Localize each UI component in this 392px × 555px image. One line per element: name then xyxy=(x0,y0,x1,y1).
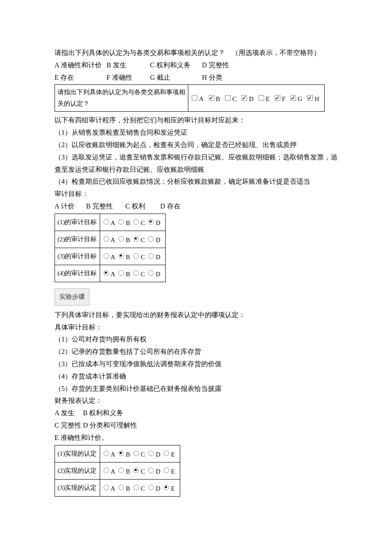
q3-item-3: （3）已按成本与可变现净值孰低法调整期末存货的价值 xyxy=(55,358,337,370)
row-options: ABCD xyxy=(100,248,166,265)
radio-c[interactable] xyxy=(133,485,139,490)
checkbox-label-f: F xyxy=(282,95,285,102)
radio-e[interactable] xyxy=(164,485,169,490)
row-label: (2)的审计目标 xyxy=(55,231,100,248)
q2-item-2: （2）以应收账款明细账为起点，检查有关合同，确定是否已经贴现、出售或质押 xyxy=(55,139,337,151)
q2-opt-d: D 存在 xyxy=(160,200,181,213)
radio-label: D xyxy=(156,237,160,243)
radio-label: D xyxy=(156,271,160,278)
radio-a[interactable] xyxy=(104,219,109,225)
checkbox-h[interactable] xyxy=(307,95,313,101)
radio-b[interactable] xyxy=(118,253,124,259)
row-options: ABCDE xyxy=(100,445,180,462)
radio-b[interactable] xyxy=(118,468,124,473)
row-label: (2)实现的认定 xyxy=(55,462,100,479)
checkbox-f[interactable] xyxy=(275,95,280,101)
radio-c[interactable] xyxy=(133,219,139,225)
q2-table: (1)的审计目标ABCD(2)的审计目标ABCD(3)的审计目标ABCD(4)的… xyxy=(55,214,166,282)
q3-table: (1)实现的认定ABCDE(2)实现的认定ABCDE(3)实现的认定ABCDE xyxy=(55,445,180,497)
radio-a[interactable] xyxy=(104,451,109,456)
radio-label: C xyxy=(141,451,145,458)
checkbox-b[interactable] xyxy=(209,95,214,101)
radio-a[interactable] xyxy=(104,468,109,473)
radio-label: C xyxy=(141,237,145,243)
q3-item-2: （2）记录的存货数量包括了公司所有的在库存货 xyxy=(55,346,337,358)
radio-label: C xyxy=(141,220,145,226)
radio-label: A xyxy=(111,485,115,492)
radio-label: A xyxy=(111,451,115,458)
checkbox-label-h: H xyxy=(314,95,319,102)
checkbox-label-d: D xyxy=(249,95,254,102)
q3-intro: 下列具体审计目标，要实现给出的财务报表认定中的哪项认定： xyxy=(55,309,337,321)
radio-label: C xyxy=(141,485,145,492)
q3-item-1: （1）公司对存货均拥有所有权 xyxy=(55,333,337,346)
q2-options: A 计价 B 完整性 C 权利 D 存在 xyxy=(55,200,337,213)
row-label: (1)的审计目标 xyxy=(55,214,100,231)
radio-d[interactable] xyxy=(148,219,154,225)
radio-c[interactable] xyxy=(133,451,139,456)
radio-label: D xyxy=(156,485,160,492)
radio-d[interactable] xyxy=(148,236,154,242)
radio-label: C xyxy=(141,271,145,278)
radio-label: E xyxy=(171,451,175,458)
q1-options-line1: A 准确性和计价 B 发生 C 权利和义务 D 完整性 xyxy=(55,59,337,72)
checkbox-label-a: A xyxy=(199,95,204,102)
checkbox-d[interactable] xyxy=(242,95,247,101)
radio-label: B xyxy=(126,254,130,260)
radio-c[interactable] xyxy=(133,236,139,242)
checkbox-a[interactable] xyxy=(192,95,197,101)
q2-opt-b: B 完整性 xyxy=(86,200,124,213)
row-options: ABCDE xyxy=(100,479,180,496)
radio-d[interactable] xyxy=(148,468,154,473)
radio-b[interactable] xyxy=(118,236,124,242)
radio-label: A xyxy=(111,468,115,475)
q3-opts-line3: E 准确性和计价。 xyxy=(55,432,337,444)
q2-targets-label: 审计目标： xyxy=(55,188,337,200)
radio-label: A xyxy=(111,271,115,278)
radio-label: D xyxy=(156,254,160,260)
checkbox-e[interactable] xyxy=(259,95,264,101)
q2-item-1: （1）从销售发票检查至销售合同和发运凭证 xyxy=(55,127,337,139)
radio-d[interactable] xyxy=(148,485,154,490)
row-options: ABCD xyxy=(100,231,166,248)
radio-e[interactable] xyxy=(164,451,169,456)
checkbox-label-b: B xyxy=(216,95,220,102)
row-options: ABCD xyxy=(100,265,166,282)
q1-opt-c: C 权利和义务 xyxy=(150,59,200,72)
radio-a[interactable] xyxy=(104,485,109,490)
q1-opt-g: G 截止 xyxy=(150,72,200,84)
radio-label: A xyxy=(111,237,115,243)
row-label: (4)的审计目标 xyxy=(55,265,100,282)
q1-opt-b: B 发生 xyxy=(107,59,148,72)
q2-item-3: （3）选取发运凭证，追查至销售发票和银行存款日记账、应收账款明细账；选取销售发票… xyxy=(55,151,337,176)
radio-a[interactable] xyxy=(104,253,109,259)
radio-label: C xyxy=(141,468,145,475)
checkbox-c[interactable] xyxy=(225,95,231,101)
radio-b[interactable] xyxy=(118,219,124,225)
checkbox-label-e: E xyxy=(266,95,270,102)
row-label: (1)实现的认定 xyxy=(55,445,100,462)
radio-c[interactable] xyxy=(133,253,139,259)
q2-item-4: （4）检查期后已收回应收账款情况；分析应收账款账龄，确定坏账准备计提是否适当 xyxy=(55,176,337,188)
radio-a[interactable] xyxy=(104,236,109,242)
radio-d[interactable] xyxy=(148,451,154,456)
radio-a[interactable] xyxy=(104,270,109,276)
q3-opts-line1: A 发生 B 权利和义务 xyxy=(55,407,337,419)
row-options: ABCDE xyxy=(100,462,180,479)
radio-e[interactable] xyxy=(164,468,169,473)
checkbox-g[interactable] xyxy=(291,95,296,101)
q1-opt-h: H 分类 xyxy=(202,72,222,84)
radio-b[interactable] xyxy=(118,485,124,490)
radio-b[interactable] xyxy=(118,270,124,276)
radio-c[interactable] xyxy=(133,270,139,276)
radio-d[interactable] xyxy=(148,253,154,259)
experiment-steps-button[interactable]: 实验步骤 xyxy=(55,288,89,306)
radio-label: D xyxy=(156,468,160,475)
radio-d[interactable] xyxy=(148,270,154,276)
radio-label: E xyxy=(171,468,175,475)
radio-b[interactable] xyxy=(118,451,124,456)
row-options: ABCD xyxy=(100,214,166,231)
q2-intro: 以下有四组审计程序，分别把它们与相应的审计目标对应起来： xyxy=(55,114,337,127)
radio-label: D xyxy=(156,220,160,226)
radio-c[interactable] xyxy=(133,468,139,473)
